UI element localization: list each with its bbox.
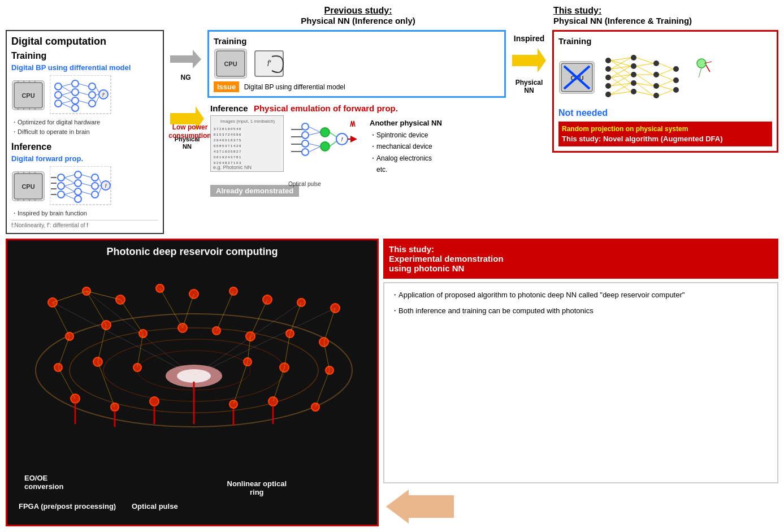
left-panel: Digital computation Training Digital BP … [6, 30, 164, 234]
digital-computation-title: Digital computation [11, 36, 158, 47]
eo-oe-label: EO/OEconversion [24, 474, 63, 491]
yellow-arrow-svg [509, 45, 549, 76]
svg-point-142 [653, 83, 659, 89]
svg-point-100 [302, 149, 309, 155]
svg-line-155 [659, 63, 673, 69]
top-row: Digital computation Training Digital BP … [6, 30, 778, 234]
svg-line-144 [636, 58, 653, 63]
another-nn-title: Another physical NN [370, 119, 545, 127]
svg-text:4 3 7 1 6 0 5 8 2 7: 4 3 7 1 6 0 5 8 2 7 [214, 150, 241, 153]
svg-point-141 [653, 72, 659, 77]
svg-point-154 [673, 87, 679, 93]
bottom-description-box: ・Application of proposed algorithm to ph… [383, 282, 778, 483]
issue-badge: Issue [214, 81, 239, 92]
svg-line-204 [120, 300, 143, 334]
svg-point-126 [631, 89, 636, 94]
prev-training-label: Training [214, 36, 500, 46]
this-study-training-box: Training CPU [552, 30, 778, 153]
svg-marker-232 [386, 490, 454, 524]
svg-line-212 [98, 325, 106, 362]
inference-cpu-diagram: CPU [11, 166, 158, 206]
prev-study-sub: Physical NN (Inference only) [168, 16, 548, 25]
training-label: Training [11, 51, 158, 61]
cpu-with-x: CPU [558, 60, 595, 94]
another-nn-box: Another physical NN ・Spintronic device ・… [366, 115, 549, 179]
svg-line-162 [699, 68, 701, 77]
random-projection-svg [600, 49, 713, 106]
physical-nn-label-group: PhysicalNN [516, 79, 543, 94]
inference-row: PhysicalNN Inference Physical emulation … [167, 103, 549, 197]
svg-line-200 [53, 291, 86, 302]
training-subsection: Training Digital BP using differential m… [11, 51, 158, 136]
physical-nn-label: PhysicalNN [516, 79, 543, 94]
svg-point-196 [150, 397, 159, 406]
ng-label: NG [181, 73, 191, 81]
this-study-training-content: CPU [558, 49, 772, 106]
another-nn-list: ・Spintronic device ・mechanical device ・A… [370, 129, 545, 176]
nonlinear-optical-label: Nonlinear opticalring [227, 479, 287, 496]
svg-point-152 [673, 66, 679, 72]
optical-pulse-svg: f [288, 115, 362, 178]
svg-point-98 [302, 132, 309, 139]
svg-text:8 1 5 3 7 2 4 0 9 6: 8 1 5 3 7 2 4 0 9 6 [214, 133, 241, 136]
svg-text:3 7 2 8 1 9 0 5 4 6: 3 7 2 8 1 9 0 5 4 6 [214, 127, 241, 131]
svg-line-203 [86, 291, 106, 325]
training-note2: ・Difficult to operate in brain [11, 128, 158, 136]
bottom-desc2: ・Both inference and training can be comp… [391, 306, 770, 316]
novel-algo-text: This study: Novel algorithm (Augmented D… [562, 135, 769, 143]
svg-line-110 [330, 132, 336, 137]
training-cpu-diagram: CPU [11, 75, 158, 115]
svg-point-124 [631, 72, 636, 77]
inference-subsection: Inference Digital forward prop. [11, 142, 158, 218]
this-study-training-label: Training [558, 36, 772, 46]
inference-content: Images (input, 1 minibatch) 3 7 2 8 1 9 … [210, 115, 549, 179]
footnote: f:Nonlinearity, f': differential of f [11, 220, 158, 228]
svg-point-117 [605, 58, 611, 63]
svg-point-153 [673, 77, 679, 83]
svg-line-217 [233, 362, 248, 404]
cpu-prev-svg: CPU [214, 48, 248, 79]
random-projection-text: Random projection on physical system [562, 125, 769, 133]
main-container: Previous study: Physical NN (Inference o… [0, 0, 784, 532]
not-needed-text: Not needed [558, 108, 772, 118]
low-power-text: Low powerconsumption [167, 123, 213, 141]
prev-training-box: Training CPU f' [207, 30, 506, 98]
right-panel: Training CPU [552, 30, 778, 234]
svg-point-97 [302, 123, 309, 130]
svg-line-205 [160, 288, 183, 328]
svg-point-120 [605, 83, 611, 89]
inference-box: Inference Physical emulation of forward … [210, 103, 549, 197]
svg-point-99 [302, 140, 309, 147]
svg-text:CPU: CPU [21, 92, 34, 99]
left-arrow-container [383, 487, 778, 526]
svg-line-163 [706, 65, 710, 72]
this-study-sub: Physical NN (Inference & Training) [553, 16, 774, 25]
inference-label: Inference [11, 142, 158, 152]
svg-line-145 [636, 63, 653, 66]
bottom-right: This study: Experimental demonstration u… [383, 239, 778, 526]
svg-point-123 [631, 63, 636, 69]
inspired-group: Inspired PhysicalNN [509, 34, 549, 94]
svg-line-157 [659, 75, 673, 80]
bottom-section: Photonic deep reservoir computing [6, 239, 778, 526]
svg-marker-76 [170, 50, 201, 68]
svg-point-118 [605, 66, 611, 72]
inference-network-svg: f [50, 166, 112, 206]
inspired-label: Inspired [514, 34, 544, 43]
svg-line-206 [183, 294, 194, 328]
svg-text:6 0 8 5 3 7 1 4 2 9: 6 0 8 5 3 7 1 4 2 9 [214, 144, 241, 148]
svg-text:2 9 4 6 0 1 8 3 7 5: 2 9 4 6 0 1 8 3 7 5 [214, 139, 241, 142]
svg-line-106 [309, 127, 320, 132]
svg-line-210 [324, 308, 335, 342]
cpu-inference-svg: CPU [11, 171, 45, 202]
cpu-training-svg: CPU [11, 80, 45, 111]
svg-line-160 [659, 90, 673, 96]
inference-section-label: Inference Physical emulation of forward … [210, 103, 549, 113]
svg-point-101 [320, 128, 330, 137]
svg-line-202 [53, 302, 70, 336]
fprime-box-svg: f' [252, 48, 286, 79]
this-study-underline: This study: [553, 6, 774, 16]
ng-arrow-group: NG [167, 47, 204, 81]
svg-point-125 [631, 80, 636, 86]
photonic-title: Photonic deep reservoir computing [7, 240, 377, 258]
